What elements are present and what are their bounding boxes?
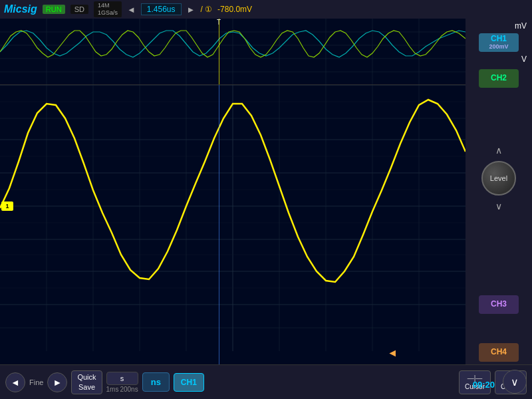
ch3-button[interactable]: CH3 [479, 295, 519, 314]
overview-grid [0, 19, 466, 84]
time-section: s 1ms 200ns [106, 372, 138, 393]
ch4-button[interactable]: CH4 [479, 343, 519, 362]
overview-cursor-line [219, 19, 219, 84]
fine-label: Fine [29, 378, 43, 386]
main-cursor-line [219, 85, 219, 364]
level-knob[interactable]: Level [481, 161, 516, 196]
main-grid [0, 85, 466, 364]
v-label: V [521, 55, 527, 64]
quick-save-button[interactable]: Quick Save [71, 370, 102, 394]
time-sub-2: 200ns [120, 386, 138, 393]
memory-indicator: SD [70, 5, 88, 14]
prev-button[interactable]: ◄ [5, 372, 25, 392]
level-down-arrow[interactable]: ∨ [481, 201, 516, 211]
nav-right-arrow[interactable]: ► [187, 5, 196, 15]
ground-marker: 1 [1, 201, 13, 211]
header-bar: Micsig RUN SD 14M 1GSa/s ◄ 1.456us ► / ①… [0, 0, 532, 19]
ns-button[interactable]: ns [142, 372, 170, 392]
ch1-button[interactable]: CH1 200mV [479, 33, 519, 52]
overview-waveform: T [0, 19, 466, 85]
next-button[interactable]: ► [47, 372, 67, 392]
ch1-indicator-button[interactable]: CH1 [174, 373, 204, 392]
menu-button[interactable]: ∨ [503, 370, 527, 394]
run-status: RUN [43, 5, 65, 14]
mv-label: mV [515, 21, 527, 31]
time-sub-1: 1ms [106, 386, 119, 393]
ch4-level-marker: ◄ [387, 347, 398, 359]
trigger-info: / ① [200, 5, 212, 14]
trigger-voltage: -780.0mV [217, 5, 252, 14]
right-panel: mV CH1 200mV V CH2 ∧ Level ∨ CH3 CH4 [466, 19, 532, 364]
clock-display: 09:20 [473, 380, 495, 390]
logo: Micsig [4, 3, 37, 15]
sample-rate: 14M 1GSa/s [94, 1, 122, 17]
bottom-toolbar: ◄ Fine ► Quick Save s 1ms 200ns ns CH1 —… [0, 364, 532, 399]
level-up-arrow[interactable]: ∧ [481, 145, 516, 156]
time-scale-button[interactable]: s [106, 372, 138, 385]
trigger-marker: T [217, 19, 221, 26]
time-display: 1.456us [141, 3, 182, 15]
main-waveform: 1 ◄ [0, 85, 466, 364]
nav-left-arrow[interactable]: ◄ [127, 5, 136, 15]
ch2-button[interactable]: CH2 [479, 69, 519, 88]
